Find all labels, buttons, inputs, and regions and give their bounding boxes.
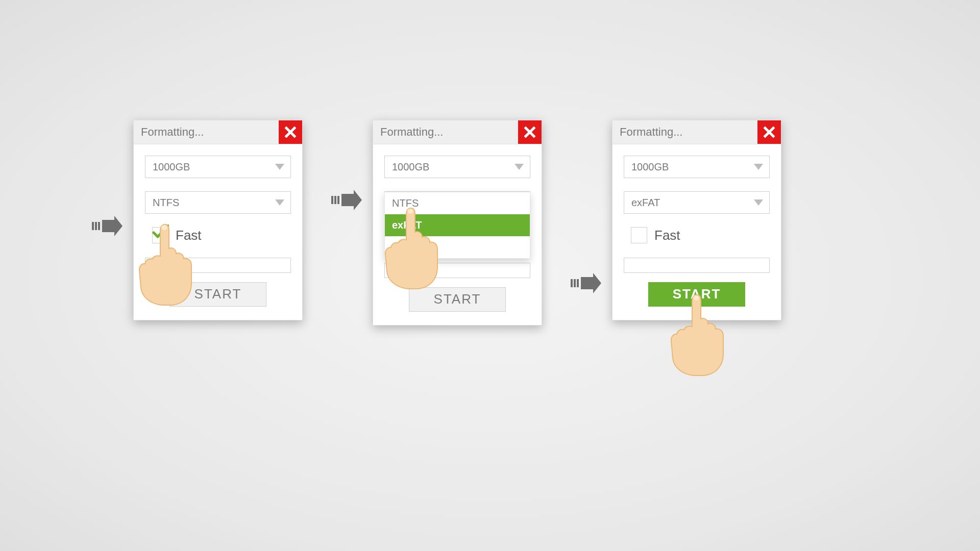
dropdown-option-selected[interactable]: exFAT	[385, 214, 530, 236]
format-dialog: Formatting... 1000GB NTFS START NTFS exF…	[373, 120, 542, 325]
filesystem-value: exFAT	[631, 197, 660, 209]
dropdown-option[interactable]: NTFS	[385, 192, 530, 214]
svg-rect-0	[92, 222, 94, 230]
capacity-select[interactable]: 1000GB	[145, 156, 291, 178]
step-arrow-icon	[571, 273, 601, 295]
close-button[interactable]	[757, 120, 781, 144]
chevron-down-icon	[275, 164, 284, 170]
capacity-value: 1000GB	[392, 161, 429, 173]
start-button[interactable]: START	[169, 282, 266, 307]
fast-checkbox[interactable]	[631, 227, 647, 243]
filesystem-select[interactable]: exFAT	[624, 191, 770, 214]
capacity-select[interactable]: 1000GB	[624, 156, 770, 178]
fast-checkbox[interactable]	[152, 227, 168, 243]
svg-marker-10	[514, 164, 524, 170]
titlebar: Formatting...	[134, 120, 302, 144]
filesystem-dropdown: NTFS exFAT FAT32	[384, 192, 530, 259]
svg-marker-3	[102, 216, 122, 236]
titlebar: Formatting...	[373, 120, 542, 144]
filesystem-select[interactable]: NTFS	[145, 191, 291, 214]
svg-rect-8	[337, 196, 339, 204]
svg-marker-17	[754, 199, 763, 206]
step-arrow-icon	[92, 216, 122, 238]
capacity-select[interactable]: 1000GB	[384, 156, 530, 178]
svg-rect-13	[574, 279, 576, 287]
progress-bar	[384, 263, 530, 278]
svg-rect-6	[331, 196, 333, 204]
chevron-down-icon	[754, 164, 763, 170]
chevron-down-icon	[514, 164, 524, 170]
svg-marker-5	[275, 199, 284, 206]
filesystem-value: NTFS	[153, 197, 179, 209]
svg-rect-7	[334, 196, 336, 204]
start-button[interactable]: START	[648, 282, 745, 307]
close-icon	[763, 126, 775, 138]
capacity-value: 1000GB	[631, 161, 669, 173]
svg-rect-14	[577, 279, 579, 287]
svg-marker-15	[581, 273, 601, 293]
start-button[interactable]: START	[409, 287, 506, 312]
close-icon	[284, 126, 297, 138]
close-button[interactable]	[518, 120, 542, 144]
chevron-down-icon	[754, 199, 763, 206]
titlebar: Formatting...	[612, 120, 781, 144]
close-button[interactable]	[279, 120, 302, 144]
progress-bar	[145, 258, 291, 273]
svg-rect-12	[571, 279, 573, 287]
step-arrow-icon	[331, 190, 362, 212]
fast-label: Fast	[654, 228, 680, 243]
progress-bar	[624, 258, 770, 273]
format-dialog: Formatting... 1000GB NTFS Fast START	[133, 120, 303, 320]
check-icon	[152, 224, 169, 240]
dialog-title: Formatting...	[620, 126, 682, 139]
chevron-down-icon	[275, 199, 284, 206]
format-dialog: Formatting... 1000GB exFAT Fast START	[612, 120, 781, 320]
dialog-title: Formatting...	[380, 126, 443, 139]
svg-marker-4	[275, 164, 284, 170]
svg-marker-9	[341, 190, 362, 210]
dropdown-option[interactable]: FAT32	[385, 236, 530, 258]
svg-marker-16	[754, 164, 763, 170]
svg-rect-1	[95, 222, 97, 230]
fast-label: Fast	[176, 228, 202, 243]
svg-rect-2	[98, 222, 100, 230]
dialog-title: Formatting...	[141, 126, 204, 139]
capacity-value: 1000GB	[153, 161, 190, 173]
close-icon	[524, 126, 536, 138]
